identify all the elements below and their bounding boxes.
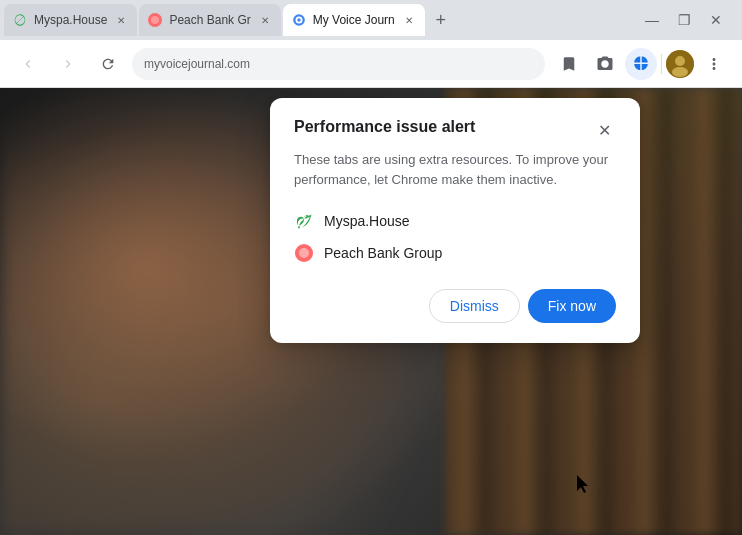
- peachbank-tab-favicon: [294, 243, 314, 263]
- affected-tab-myspa: Myspa.House: [294, 205, 616, 237]
- browser-frame: Myspa.House ✕ Peach Bank Gr ✕ My Voi: [0, 0, 742, 535]
- screenshot-icon[interactable]: [589, 48, 621, 80]
- chrome-menu-icon[interactable]: [698, 48, 730, 80]
- myspa-tab-favicon: [294, 211, 314, 231]
- affected-tabs-list: Myspa.House Peach Bank Group: [294, 205, 616, 269]
- tab-myspa-close[interactable]: ✕: [113, 12, 129, 28]
- tab-voice[interactable]: My Voice Journ ✕: [283, 4, 425, 36]
- reload-button[interactable]: [92, 48, 124, 80]
- alert-title: Performance issue alert: [294, 118, 475, 136]
- alert-actions: Dismiss Fix now: [294, 289, 616, 323]
- content-area: Performance issue alert ✕ These tabs are…: [0, 88, 742, 535]
- back-button[interactable]: [12, 48, 44, 80]
- performance-alert-popup: Performance issue alert ✕ These tabs are…: [270, 98, 640, 343]
- tab-peachbank-label: Peach Bank Gr: [169, 13, 250, 27]
- affected-tab-peachbank: Peach Bank Group: [294, 237, 616, 269]
- svg-point-2: [297, 18, 301, 22]
- tab-myspa[interactable]: Myspa.House ✕: [4, 4, 137, 36]
- svg-point-4: [675, 56, 685, 66]
- alert-description: These tabs are using extra resources. To…: [294, 150, 616, 189]
- new-tab-button[interactable]: +: [427, 6, 455, 34]
- minimize-button[interactable]: —: [638, 6, 666, 34]
- avatar[interactable]: [666, 50, 694, 78]
- avatar-image: [666, 50, 694, 78]
- peachbank-favicon: [147, 12, 163, 28]
- myspa-tab-label: Myspa.House: [324, 213, 410, 229]
- maximize-button[interactable]: ❐: [670, 6, 698, 34]
- fix-now-button[interactable]: Fix now: [528, 289, 616, 323]
- omnibox[interactable]: myvoicejournal.com: [132, 48, 545, 80]
- tab-peachbank-close[interactable]: ✕: [257, 12, 273, 28]
- myspa-favicon: [12, 12, 28, 28]
- tab-peachbank[interactable]: Peach Bank Gr ✕: [139, 4, 280, 36]
- alert-header: Performance issue alert ✕: [294, 118, 616, 142]
- voice-favicon: [291, 12, 307, 28]
- toolbar-separator: [661, 54, 662, 74]
- tab-bar: Myspa.House ✕ Peach Bank Gr ✕ My Voi: [0, 0, 742, 40]
- peachbank-tab-label: Peach Bank Group: [324, 245, 442, 261]
- tab-myspa-label: Myspa.House: [34, 13, 107, 27]
- alert-close-button[interactable]: ✕: [592, 118, 616, 142]
- toolbar-icons: [553, 48, 730, 80]
- forward-button[interactable]: [52, 48, 84, 80]
- svg-point-5: [672, 67, 688, 77]
- close-button[interactable]: ✕: [702, 6, 730, 34]
- address-bar: myvoicejournal.com: [0, 40, 742, 88]
- dismiss-button[interactable]: Dismiss: [429, 289, 520, 323]
- performance-icon[interactable]: [625, 48, 657, 80]
- bookmark-icon[interactable]: [553, 48, 585, 80]
- tab-voice-label: My Voice Journ: [313, 13, 395, 27]
- tab-voice-close[interactable]: ✕: [401, 12, 417, 28]
- window-controls: — ❐ ✕: [638, 6, 738, 34]
